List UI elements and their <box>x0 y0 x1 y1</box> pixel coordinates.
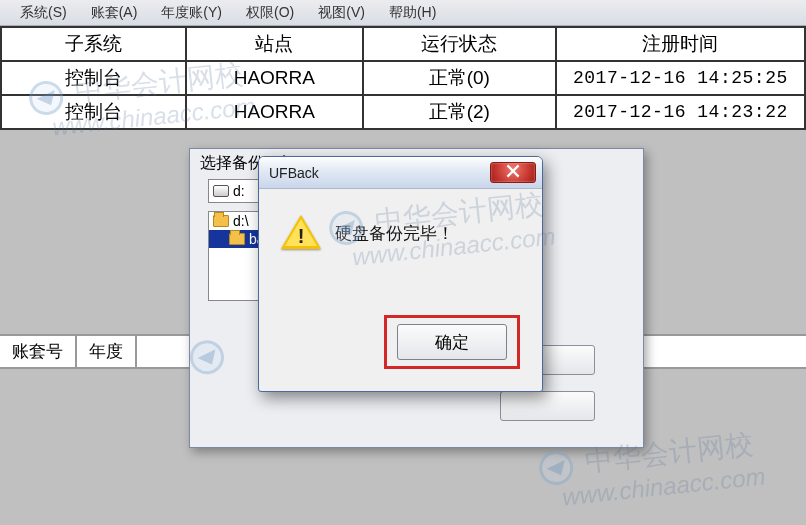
folder-icon <box>213 215 229 227</box>
col-account-no: 账套号 <box>0 336 77 367</box>
col-subsystem: 子系统 <box>1 27 186 61</box>
tree-root-label: d:\ <box>233 213 249 229</box>
modal-body: ! 硬盘备份完毕！ <box>259 189 542 261</box>
cell-site: HAORRA <box>186 95 363 129</box>
table-row[interactable]: 控制台 HAORRA 正常(0) 2017-12-16 14:25:25 <box>1 61 805 95</box>
modal-title: UFBack <box>269 165 490 181</box>
table-header-row: 子系统 站点 运行状态 注册时间 <box>1 27 805 61</box>
cell-regtime: 2017-12-16 14:23:22 <box>556 95 805 129</box>
modal-message: 硬盘备份完毕！ <box>335 222 454 245</box>
cell-status: 正常(0) <box>363 61 556 95</box>
warning-icon: ! <box>281 215 321 251</box>
col-status: 运行状态 <box>363 27 556 61</box>
col-site: 站点 <box>186 27 363 61</box>
disk-icon <box>213 185 229 197</box>
main-table: 子系统 站点 运行状态 注册时间 控制台 HAORRA 正常(0) 2017-1… <box>0 26 806 130</box>
cell-subsystem: 控制台 <box>1 95 186 129</box>
cell-subsystem: 控制台 <box>1 61 186 95</box>
col-regtime: 注册时间 <box>556 27 805 61</box>
col-year: 年度 <box>77 336 137 367</box>
menu-help[interactable]: 帮助(H) <box>379 4 446 22</box>
close-icon <box>506 164 520 181</box>
menu-privilege[interactable]: 权限(O) <box>236 4 304 22</box>
modal-titlebar[interactable]: UFBack <box>259 157 542 189</box>
ok-button[interactable]: 确定 <box>397 324 507 360</box>
menubar: 系统(S) 账套(A) 年度账(Y) 权限(O) 视图(V) 帮助(H) <box>0 0 806 26</box>
menu-year[interactable]: 年度账(Y) <box>151 4 232 22</box>
menu-account[interactable]: 账套(A) <box>81 4 148 22</box>
folder-icon <box>229 233 245 245</box>
close-button[interactable] <box>490 162 536 183</box>
cell-site: HAORRA <box>186 61 363 95</box>
modal-footer: 确定 <box>384 315 520 369</box>
menu-view[interactable]: 视图(V) <box>308 4 375 22</box>
drive-label: d: <box>233 183 245 199</box>
cell-status: 正常(2) <box>363 95 556 129</box>
menu-system[interactable]: 系统(S) <box>10 4 77 22</box>
ok-highlight-box: 确定 <box>384 315 520 369</box>
panel-button[interactable] <box>500 391 595 421</box>
table-row[interactable]: 控制台 HAORRA 正常(2) 2017-12-16 14:23:22 <box>1 95 805 129</box>
cell-regtime: 2017-12-16 14:25:25 <box>556 61 805 95</box>
ufback-modal: UFBack ! 硬盘备份完毕！ 确定 <box>258 156 543 392</box>
